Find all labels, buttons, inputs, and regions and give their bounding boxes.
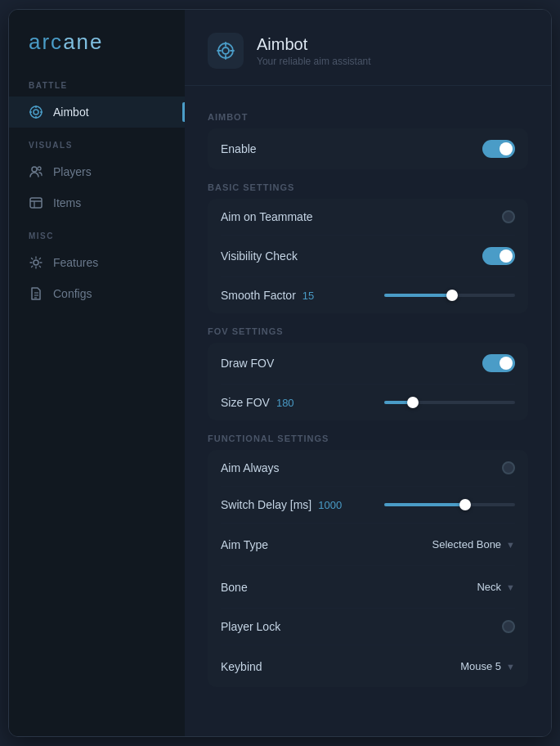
functional-section-label: Functional Settings — [208, 434, 528, 443]
switch-delay-value: 1000 — [318, 499, 342, 511]
sidebar-item-items[interactable]: Items — [9, 187, 185, 218]
settings-scroll: Aimbot Enable Basic Settings Aim on Team… — [185, 86, 551, 736]
bone-label: Bone — [221, 581, 248, 594]
player-lock-label: Player Lock — [221, 620, 280, 633]
svg-point-16 — [222, 47, 229, 54]
logo: arcane — [9, 29, 185, 81]
aim-always-toggle[interactable] — [502, 461, 515, 474]
page-header-text: Aimbot Your reliable aim assistant — [257, 35, 371, 67]
sidebar-aimbot-label: Aimbot — [53, 106, 89, 119]
svg-point-7 — [38, 167, 41, 170]
basic-block: Aim on Teammate Visibility Check Smooth … — [208, 199, 528, 313]
aimbot-section-label: Aimbot — [208, 112, 528, 122]
players-icon — [29, 164, 43, 179]
sidebar-items-label: Items — [53, 196, 81, 209]
enable-row: Enable — [221, 128, 515, 169]
enable-toggle[interactable] — [482, 140, 515, 158]
smooth-factor-track — [384, 294, 515, 297]
smooth-factor-fill — [384, 294, 452, 297]
aim-on-teammate-label: Aim on Teammate — [221, 210, 313, 223]
misc-section-label: MISC — [9, 231, 185, 247]
configs-icon — [29, 286, 43, 301]
aim-always-row: Aim Always — [221, 450, 515, 487]
sidebar-item-features[interactable]: Features — [9, 247, 185, 278]
main-content: Aimbot Your reliable aim assistant Aimbo… — [185, 10, 551, 736]
size-fov-value: 180 — [276, 397, 294, 409]
draw-fov-row: Draw FOV — [221, 343, 515, 384]
draw-fov-label: Draw FOV — [221, 357, 274, 370]
svg-rect-8 — [30, 198, 42, 208]
page-header-icon — [208, 33, 244, 69]
draw-fov-knob — [500, 357, 513, 370]
bone-arrow: ▼ — [506, 582, 515, 592]
visibility-check-toggle[interactable] — [482, 247, 515, 265]
visuals-section-label: VISUALS — [9, 141, 185, 156]
size-fov-slider[interactable] — [384, 401, 515, 404]
size-fov-row: Size FOV 180 — [221, 384, 515, 420]
functional-block: Aim Always Switch Delay [ms] 1000 — [208, 450, 528, 687]
app-container: arcane BATTLE Aimbot VISUALS — [8, 9, 552, 737]
fov-section-label: FOV Settings — [208, 326, 528, 336]
aimbot-block: Enable — [208, 128, 528, 169]
sidebar-item-players[interactable]: Players — [9, 156, 185, 187]
switch-delay-thumb[interactable] — [459, 499, 471, 510]
aim-type-value: Selected Bone — [432, 538, 502, 551]
smooth-factor-label: Smooth Factor 15 — [221, 289, 314, 302]
aim-type-arrow: ▼ — [506, 540, 515, 550]
battle-section-label: BATTLE — [9, 81, 185, 97]
page-header: Aimbot Your reliable aim assistant — [185, 10, 551, 86]
keybind-dropdown[interactable]: Mouse 5 ▼ — [460, 657, 515, 676]
player-lock-row: Player Lock — [221, 609, 515, 645]
smooth-factor-row: Smooth Factor 15 — [221, 277, 515, 313]
enable-toggle-knob — [500, 142, 513, 155]
sidebar-item-configs[interactable]: Configs — [9, 278, 185, 309]
keybind-label: Keybind — [221, 660, 262, 673]
visibility-check-knob — [500, 249, 513, 263]
aim-on-teammate-row: Aim on Teammate — [221, 199, 515, 236]
page-title: Aimbot — [257, 35, 371, 54]
switch-delay-fill — [384, 503, 465, 506]
items-icon — [29, 195, 43, 210]
target-icon — [29, 105, 43, 119]
enable-label: Enable — [221, 142, 257, 155]
svg-point-1 — [34, 110, 38, 115]
keybind-row: Keybind Mouse 5 ▼ — [221, 645, 515, 687]
aim-type-dropdown[interactable]: Selected Bone ▼ — [432, 535, 515, 554]
switch-delay-slider[interactable] — [384, 503, 515, 506]
svg-point-0 — [30, 106, 42, 118]
basic-section-label: Basic Settings — [208, 182, 528, 192]
size-fov-track — [384, 401, 515, 404]
player-lock-toggle[interactable] — [502, 620, 515, 633]
bone-dropdown[interactable]: Neck ▼ — [477, 577, 515, 596]
switch-delay-label: Switch Delay [ms] 1000 — [221, 498, 342, 511]
visibility-check-row: Visibility Check — [221, 236, 515, 277]
smooth-factor-slider[interactable] — [384, 294, 515, 297]
sidebar-features-label: Features — [53, 256, 98, 269]
draw-fov-toggle[interactable] — [482, 354, 515, 372]
sidebar-configs-label: Configs — [53, 287, 92, 300]
switch-delay-track — [384, 503, 515, 506]
logo-arc: arc — [29, 29, 63, 54]
features-icon — [29, 255, 43, 270]
aim-always-label: Aim Always — [221, 461, 280, 474]
logo-ane: ane — [63, 29, 103, 54]
bone-value: Neck — [477, 581, 501, 593]
page-subtitle: Your reliable aim assistant — [257, 56, 371, 67]
svg-point-6 — [32, 167, 37, 172]
svg-point-11 — [34, 260, 38, 265]
size-fov-label: Size FOV 180 — [221, 396, 294, 409]
aim-type-label: Aim Type — [221, 538, 268, 551]
sidebar: arcane BATTLE Aimbot VISUALS — [9, 10, 185, 736]
sidebar-item-aimbot[interactable]: Aimbot — [9, 97, 185, 128]
smooth-factor-value: 15 — [302, 290, 314, 302]
size-fov-thumb[interactable] — [407, 397, 419, 408]
fov-block: Draw FOV Size FOV 180 — [208, 343, 528, 420]
bone-row: Bone Neck ▼ — [221, 566, 515, 609]
sidebar-players-label: Players — [53, 165, 92, 178]
keybind-value: Mouse 5 — [460, 660, 501, 672]
keybind-arrow: ▼ — [506, 662, 515, 672]
smooth-factor-thumb[interactable] — [446, 290, 458, 301]
visibility-check-label: Visibility Check — [221, 249, 298, 263]
aim-on-teammate-toggle[interactable] — [502, 210, 515, 223]
aim-type-row: Aim Type Selected Bone ▼ — [221, 524, 515, 566]
